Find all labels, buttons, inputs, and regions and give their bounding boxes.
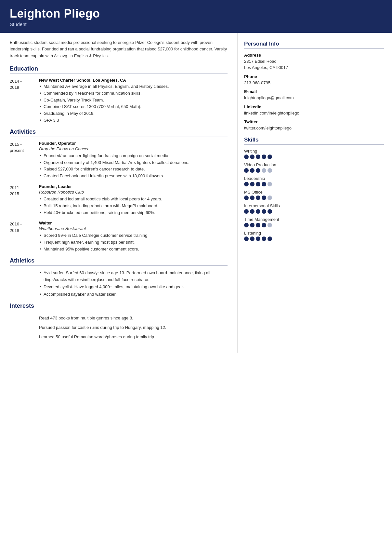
activity-3-content: Waiter Weathervane Restaurant Scored 99%… (39, 221, 228, 252)
skill-video-name: Video Production (244, 162, 384, 167)
activity-entry-3: 2016 - 2018 Waiter Weathervane Restauran… (10, 221, 228, 252)
body-wrapper: Enthusiastic student social media profes… (0, 33, 392, 353)
skill-listening: Listening (244, 231, 384, 241)
candidate-name: Leighton Pliego (10, 7, 382, 20)
activity-3-bullet-2: Frequent high earner, earning most tips … (39, 239, 228, 246)
skill-interpersonal: Interpersonal Skills (244, 203, 384, 214)
resume-header: Leighton Pliego Student (0, 0, 392, 33)
linkedin-field: LinkedIn linkedin.com/in/leightonpliego (244, 104, 384, 116)
activity-2-bullet-2: Built 15 robots, including robotic arm w… (39, 203, 228, 209)
skills-heading: Skills (244, 137, 384, 145)
linkedin-label: LinkedIn (244, 104, 384, 109)
skill-msoffice-name: MS Office (244, 190, 384, 195)
email-field: E-mail leightonpliego@gmail.com (244, 89, 384, 101)
dot (250, 223, 255, 227)
education-date: 2014 - 2019 (10, 78, 39, 124)
dot (256, 236, 260, 241)
education-bullet-4: Combined SAT scores 1300 (700 Verbal, 65… (39, 103, 228, 110)
activity-1-org: Founder, Operator (39, 141, 228, 146)
dot (244, 209, 249, 214)
activity-2-org: Founder, Leader (39, 184, 228, 189)
activity-3-sub: Weathervane Restaurant (39, 226, 228, 231)
activity-3-bullet-3: Maintained 95% positive customer comment… (39, 246, 228, 253)
activity-1-bullets: Founded/run cancer-fighting fundraising … (39, 153, 228, 180)
address-value: 2317 Edsel RoadLos Angeles, CA 90017 (244, 58, 384, 71)
athletics-section: Athletics Avid surfer. Surfed 60 days/yr… (10, 257, 228, 298)
personal-info-heading: Personal Info (244, 41, 384, 49)
skill-leadership: Leadership (244, 176, 384, 186)
activity-1-bullet-4: Created Facebook and LinkedIn presence w… (39, 173, 228, 180)
main-column: Enthusiastic student social media profes… (0, 33, 237, 353)
dot (268, 196, 272, 200)
activity-1-date: 2015 - present (10, 141, 39, 180)
education-bullets: Maintained A+ average in all Physics, En… (39, 83, 228, 124)
education-bullet-2: Commended by 4 teachers for communicatio… (39, 90, 228, 97)
skill-time-management: Time Management (244, 217, 384, 227)
interests-para-1: Read 473 books from multiple genres sinc… (39, 315, 228, 322)
dot (250, 196, 255, 200)
dot (256, 196, 260, 200)
activity-2-sub: Robotron Robotics Club (39, 190, 228, 195)
dot (262, 223, 266, 227)
address-label: Address (244, 53, 384, 58)
education-bullet-6: GPA 3.3 (39, 117, 228, 124)
athletics-heading: Athletics (10, 257, 228, 266)
skill-msoffice-dots (244, 196, 384, 200)
phone-value: 213-968-0795 (244, 80, 384, 86)
dot (262, 155, 266, 159)
dot (244, 182, 249, 186)
activity-3-date: 2016 - 2018 (10, 221, 39, 252)
interests-heading: Interests (10, 303, 228, 311)
education-entry: 2014 - 2019 New West Charter School, Los… (10, 78, 228, 124)
dot (256, 209, 260, 214)
dot (244, 168, 249, 173)
activity-1-sub: Drop the Elbow on Cancer (39, 146, 228, 151)
dot (256, 155, 260, 159)
twitter-label: Twitter (244, 119, 384, 124)
education-bullet-3: Co-Captain, Varsity Track Team. (39, 97, 228, 104)
phone-label: Phone (244, 74, 384, 79)
dot (268, 223, 272, 227)
activities-heading: Activities (10, 128, 228, 137)
sidebar-column: Personal Info Address 2317 Edsel RoadLos… (237, 33, 392, 353)
dot (256, 223, 260, 227)
athletics-bullet-1: Avid surfer. Surfed 60 days/yr since age… (39, 270, 228, 283)
athletics-bullet-2: Devoted cyclist. Have logged 4,000+ mile… (39, 284, 228, 291)
dot (250, 209, 255, 214)
dot (250, 182, 255, 186)
athletics-bullets: Avid surfer. Surfed 60 days/yr since age… (39, 270, 228, 298)
activity-2-bullet-3: Held 40+ bracketed competitions, raising… (39, 209, 228, 216)
dot (268, 209, 272, 214)
activity-1-bullet-3: Raised $27,000 for children's cancer res… (39, 166, 228, 173)
dot (250, 168, 255, 173)
activity-1-bullet-2: Organized community of 1,400 Mixed Marti… (39, 159, 228, 166)
dot (244, 236, 249, 241)
dot (268, 236, 272, 241)
education-section: Education 2014 - 2019 New West Charter S… (10, 65, 228, 124)
skill-time-dots (244, 223, 384, 227)
interests-para-3: Learned 50 useful Romanian words/phrases… (39, 334, 228, 341)
skill-interpersonal-dots (244, 209, 384, 214)
skill-writing-dots (244, 155, 384, 159)
skill-listening-dots (244, 236, 384, 241)
dot (244, 196, 249, 200)
activity-3-bullet-1: Scored 99% in Dale Carnegie customer ser… (39, 232, 228, 239)
activity-entry-1: 2015 - present Founder, Operator Drop th… (10, 141, 228, 180)
skill-leadership-name: Leadership (244, 176, 384, 181)
skill-leadership-dots (244, 182, 384, 186)
dot (256, 168, 260, 173)
twitter-field: Twitter twitter.com/leightonpliego (244, 119, 384, 131)
skill-writing-name: Writing (244, 149, 384, 154)
email-value: leightonpliego@gmail.com (244, 95, 384, 101)
education-bullet-1: Maintained A+ average in all Physics, En… (39, 83, 228, 90)
activity-1-bullet-1: Founded/run cancer-fighting fundraising … (39, 153, 228, 159)
skill-interpersonal-name: Interpersonal Skills (244, 203, 384, 208)
activity-2-content: Founder, Leader Robotron Robotics Club C… (39, 184, 228, 216)
dot (262, 236, 266, 241)
interests-section: Interests Read 473 books from multiple g… (10, 303, 228, 340)
activity-entry-2: 2011 - 2015 Founder, Leader Robotron Rob… (10, 184, 228, 216)
dot (262, 168, 266, 173)
candidate-title: Student (10, 21, 382, 27)
dot (250, 236, 255, 241)
activity-2-bullet-1: Created and led small robotics club with… (39, 196, 228, 203)
